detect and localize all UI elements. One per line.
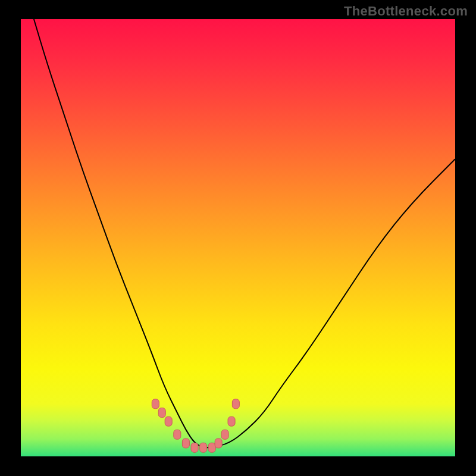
bead-marker — [182, 439, 189, 448]
bottleneck-curve — [34, 19, 455, 447]
bead-marker — [174, 430, 181, 439]
bead-marker — [208, 443, 215, 452]
bead-marker — [200, 443, 207, 452]
bead-marker — [215, 439, 222, 448]
bead-marker — [158, 408, 165, 418]
bead-marker — [152, 399, 159, 409]
chart-frame: TheBottleneck.com — [0, 0, 476, 476]
plot-area — [21, 19, 455, 456]
bead-marker — [191, 443, 198, 452]
bead-marker — [221, 430, 228, 439]
bead-marker — [165, 416, 172, 426]
watermark-text: TheBottleneck.com — [344, 4, 468, 19]
bottleneck-curve-svg — [21, 19, 455, 456]
bead-marker — [232, 399, 239, 409]
bead-marker — [228, 416, 235, 426]
bead-markers — [152, 399, 239, 453]
